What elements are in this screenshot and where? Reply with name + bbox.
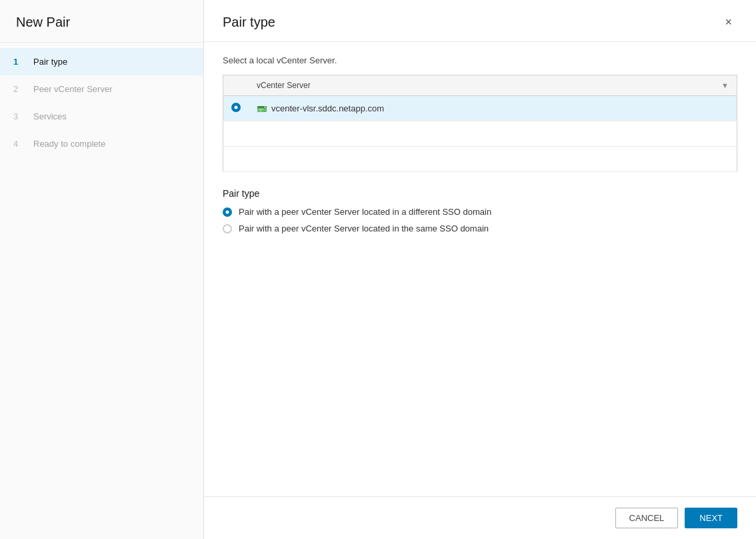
table-row[interactable]: [223, 121, 737, 147]
table-row[interactable]: [223, 147, 737, 172]
sidebar: New Pair 1 Pair type 2 Peer vCenter Serv…: [0, 0, 204, 539]
step-number-1: 1: [13, 57, 27, 67]
radio-selected: [231, 103, 241, 112]
vcenter-server-icon: [257, 103, 267, 114]
steps-list: 1 Pair type 2 Peer vCenter Server 3 Serv…: [0, 43, 203, 163]
dialog: New Pair 1 Pair type 2 Peer vCenter Serv…: [0, 0, 756, 539]
main-footer: CANCEL NEXT: [204, 496, 756, 539]
row-vcenter-name-0: vcenter-vlsr.sddc.netapp.com: [249, 96, 737, 121]
step-number-3: 3: [13, 111, 27, 121]
vcenter-column-header: vCenter Server ▼: [249, 75, 737, 96]
next-button[interactable]: NEXT: [685, 508, 737, 528]
pair-type-option-1[interactable]: Pair with a peer vCenter Server located …: [223, 223, 737, 233]
vcenter-name-text: vcenter-vlsr.sddc.netapp.com: [271, 103, 384, 113]
svg-rect-4: [259, 110, 262, 111]
step-number-2: 2: [13, 84, 27, 94]
svg-rect-3: [259, 109, 263, 109]
row-radio-2[interactable]: [223, 147, 249, 172]
table-radio-header: [223, 75, 249, 96]
step-label-2: Peer vCenter Server: [33, 84, 113, 94]
step-number-4: 4: [13, 139, 27, 149]
main-content: Select a local vCenter Server. vCenter S…: [204, 42, 756, 496]
step-label-4: Ready to complete: [33, 139, 105, 149]
pair-type-options: Pair with a peer vCenter Server located …: [223, 207, 737, 233]
radio-indicator-0[interactable]: [223, 207, 232, 217]
sidebar-step-2[interactable]: 2 Peer vCenter Server: [0, 75, 203, 103]
pair-type-label: Pair type: [223, 188, 737, 199]
sidebar-step-4[interactable]: 4 Ready to complete: [0, 130, 203, 157]
radio-label-1: Pair with a peer vCenter Server located …: [239, 223, 489, 233]
filter-icon[interactable]: ▼: [721, 81, 729, 89]
vcenter-table: vCenter Server ▼: [223, 75, 737, 172]
pair-type-section: Pair type Pair with a peer vCenter Serve…: [223, 188, 737, 233]
main-panel: Pair type × Select a local vCenter Serve…: [204, 0, 756, 539]
table-row[interactable]: vcenter-vlsr.sddc.netapp.com: [223, 96, 737, 121]
cancel-button[interactable]: CANCEL: [615, 508, 679, 528]
dialog-title: New Pair: [0, 0, 203, 43]
svg-point-2: [265, 106, 266, 107]
step-label-3: Services: [33, 111, 67, 121]
step-label-1: Pair type: [33, 57, 67, 67]
close-button[interactable]: ×: [719, 13, 737, 31]
row-radio-0[interactable]: [223, 96, 249, 121]
row-radio-1[interactable]: [223, 121, 249, 147]
sidebar-step-1: 1 Pair type: [0, 48, 203, 75]
pair-type-option-0[interactable]: Pair with a peer vCenter Server located …: [223, 207, 737, 217]
section-description: Select a local vCenter Server.: [223, 55, 737, 65]
radio-label-0: Pair with a peer vCenter Server located …: [239, 207, 491, 217]
radio-indicator-1[interactable]: [223, 224, 232, 233]
row-vcenter-name-1: [249, 121, 737, 147]
sidebar-step-3[interactable]: 3 Services: [0, 103, 203, 130]
main-title: Pair type: [223, 15, 275, 30]
main-header: Pair type ×: [204, 0, 756, 42]
row-vcenter-name-2: [249, 147, 737, 172]
